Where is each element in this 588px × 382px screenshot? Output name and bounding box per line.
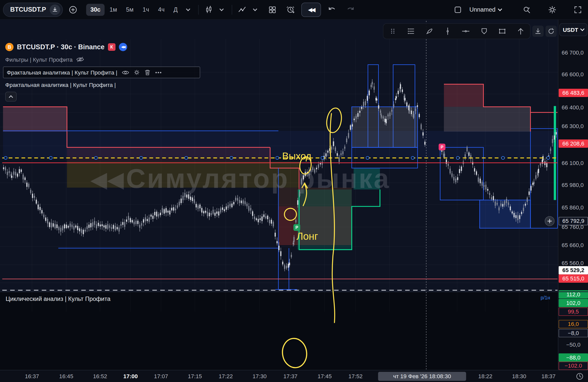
toolbar-divider <box>232 5 232 15</box>
price-scale-label: 66 700,0 <box>562 49 584 56</box>
chart-type-button[interactable] <box>202 3 215 16</box>
filters-row[interactable]: Фильтры | Культ Профита <box>5 56 200 63</box>
time-label: 16:52 <box>89 373 111 379</box>
watermark-text: Симулятор рынка <box>126 163 391 194</box>
price-tag: −8,0 <box>559 329 588 337</box>
fullscreen-icon[interactable] <box>572 3 584 17</box>
indicators-more-button[interactable] <box>249 3 262 16</box>
time-label: 17:22 <box>214 373 237 379</box>
indicator-settings-icon[interactable] <box>133 69 140 76</box>
price-tag: 66 483,6 <box>559 89 588 97</box>
oscillator-title[interactable]: Циклический анализ | Культ Профита <box>6 296 110 302</box>
indicator-row-2[interactable]: Фрактальная аналитика | Культ Профита | <box>5 82 200 88</box>
vertical-line-tool-icon[interactable] <box>442 26 453 37</box>
pane-separator[interactable] <box>0 291 588 292</box>
trading-simulator-app: BTCUSDT.P 30с1м5м1ч4чД ◀◀ <box>0 0 588 382</box>
price-scale-label: 65 980,0 <box>562 182 584 188</box>
chart-legend: B BTCUSDT.P · 30с · Binance К ◀◀ Фильтры… <box>5 43 200 102</box>
redo-button[interactable] <box>344 3 357 16</box>
toolbar-divider <box>198 5 199 15</box>
currency-selector[interactable]: USDT <box>559 23 587 36</box>
time-label: 17:07 <box>150 373 172 379</box>
price-scale-label: 66 100,0 <box>562 160 584 166</box>
timeframe-button-30с[interactable]: 30с <box>86 4 104 16</box>
price-axis[interactable]: USDT 66 700,066 600,066 400,066 300,066 … <box>558 19 588 370</box>
session-clock-icon[interactable] <box>576 372 584 380</box>
layout-grid-button[interactable] <box>266 3 279 16</box>
price-tag: 65 529,2 <box>559 266 588 275</box>
currency-label: USDT <box>563 27 578 33</box>
horizontal-line-tool-icon[interactable] <box>460 26 471 37</box>
chart-type-more-button[interactable] <box>215 3 228 16</box>
price-tag: 65 792,9 <box>559 217 588 225</box>
time-label: 17:00 <box>119 373 142 379</box>
time-label: 17:37 <box>279 373 302 379</box>
layout-name-button[interactable]: Unnamed <box>469 6 502 13</box>
chevron-down-icon <box>580 27 584 31</box>
timeframe-button-4ч[interactable]: 4ч <box>154 4 169 16</box>
symbol-label: BTCUSDT.P <box>10 6 46 13</box>
time-label: 18:30 <box>508 373 530 379</box>
quick-search-icon[interactable] <box>520 3 533 17</box>
timeframe-button-5м[interactable]: 5м <box>122 4 138 16</box>
reset-chart-icon[interactable] <box>546 26 557 37</box>
toolbar-right-group: Unnamed <box>451 0 588 19</box>
layout-single-icon[interactable] <box>451 3 464 17</box>
arrow-up-tool-icon[interactable] <box>515 26 526 37</box>
filters-label: Фильтры | Культ Профита <box>5 56 73 62</box>
time-label: 18:22 <box>474 373 496 379</box>
symbol-button[interactable]: BTCUSDT.P <box>3 3 63 17</box>
eye-icon[interactable] <box>122 69 129 76</box>
price-scale-label: 65 560,0 <box>562 260 584 266</box>
layout-name-label: Unnamed <box>469 6 495 13</box>
time-axis[interactable]: 16:3716:4516:5217:0017:0717:1517:2217:30… <box>0 370 588 382</box>
add-order-button[interactable] <box>545 216 555 226</box>
line-tools-icon[interactable] <box>405 26 417 37</box>
timeframe-button-1м[interactable]: 1м <box>105 4 121 16</box>
price-scale-label: 66 400,0 <box>562 104 584 110</box>
alert-button[interactable] <box>284 3 297 16</box>
chart-pane[interactable]: ◀◀ Симулятор рынка PP B BTCUSDT.P · 30с … <box>0 19 558 292</box>
chevron-down-icon <box>498 7 502 11</box>
period-label: p/1н <box>540 295 550 300</box>
symbol-download-icon[interactable] <box>50 4 60 15</box>
price-tag: −50,0 <box>559 341 588 349</box>
price-scale-label: 65 660,0 <box>562 242 584 248</box>
delete-indicator-icon[interactable] <box>144 69 150 76</box>
svg-text:P: P <box>296 225 298 230</box>
svg-text:P: P <box>441 145 443 149</box>
timeframe-list: 30с1м5м1ч4чД <box>86 4 182 16</box>
replay-button[interactable]: ◀◀ <box>301 3 321 17</box>
timeframe-button-1ч[interactable]: 1ч <box>139 4 153 16</box>
timeframe-button-Д[interactable]: Д <box>169 4 182 16</box>
price-scale-label: 65 860,0 <box>562 204 584 210</box>
price-tag: 99,5 <box>559 307 588 316</box>
indicator-label: Фрактальная аналитика | Культ Профита | <box>7 69 117 76</box>
price-scale-label: 66 600,0 <box>562 71 584 77</box>
indicator-label-2: Фрактальная аналитика | Культ Профита | <box>5 82 116 88</box>
price-tag: 102,0 <box>559 299 588 307</box>
more-options-icon[interactable] <box>155 71 162 74</box>
top-toolbar: BTCUSDT.P 30с1м5м1ч4чД ◀◀ <box>0 0 588 19</box>
price-tag: 65 515,0 <box>559 274 588 283</box>
rectangle-tool-icon[interactable] <box>497 26 508 37</box>
replay-timestamp-badge: чт 19 Фев '26 18:08:30 <box>378 372 466 381</box>
timeframe-more-button[interactable] <box>182 3 195 16</box>
legend-symbol-title[interactable]: BTCUSDT.P · 30с · Binance <box>17 43 104 51</box>
price-flag-tool-icon[interactable] <box>479 26 490 37</box>
undo-button[interactable] <box>326 3 338 16</box>
indicators-button[interactable] <box>236 3 249 16</box>
time-label: 16:37 <box>21 373 43 379</box>
rewind-icon: ◀◀ <box>308 6 314 13</box>
indicator-row-selected[interactable]: Фрактальная аналитика | Культ Профита | <box>3 66 200 78</box>
drag-handle-icon[interactable] <box>387 26 398 37</box>
kult-profita-logo-icon: К <box>108 43 116 51</box>
eye-off-icon[interactable] <box>76 56 84 63</box>
legend-main-row[interactable]: B BTCUSDT.P · 30с · Binance К ◀◀ <box>5 43 200 51</box>
settings-gear-icon[interactable] <box>546 3 559 17</box>
download-chart-icon[interactable] <box>532 26 544 37</box>
add-symbol-button[interactable] <box>67 3 80 16</box>
brush-tool-icon[interactable] <box>424 26 435 37</box>
time-label: 17:30 <box>248 373 271 379</box>
legend-collapse-button[interactable] <box>5 92 17 102</box>
